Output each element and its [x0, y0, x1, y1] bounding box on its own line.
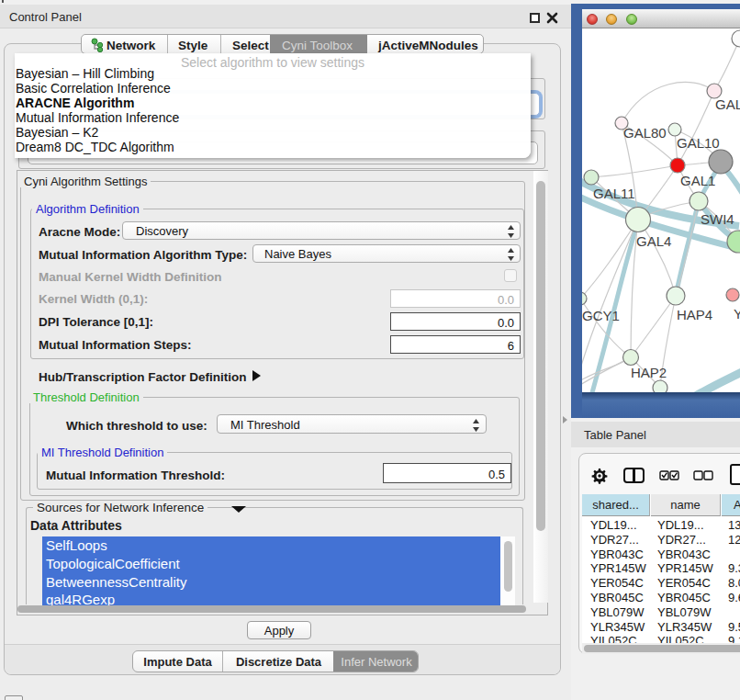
svg-text:SWI4: SWI4 [701, 211, 734, 227]
svg-text:GAL1: GAL1 [680, 173, 715, 188]
svg-text:GAL80: GAL80 [623, 125, 667, 141]
svg-text:HAP4: HAP4 [677, 307, 712, 322]
svg-text:GAL4: GAL4 [636, 233, 671, 249]
svg-text:HAP2: HAP2 [631, 365, 667, 380]
svg-text:GAL7: GAL7 [715, 96, 740, 112]
svg-text:GAL11: GAL11 [593, 186, 635, 201]
svg-text:Y: Y [734, 306, 740, 322]
svg-text:GCY1: GCY1 [582, 308, 620, 323]
svg-text:GAL10: GAL10 [677, 135, 720, 151]
